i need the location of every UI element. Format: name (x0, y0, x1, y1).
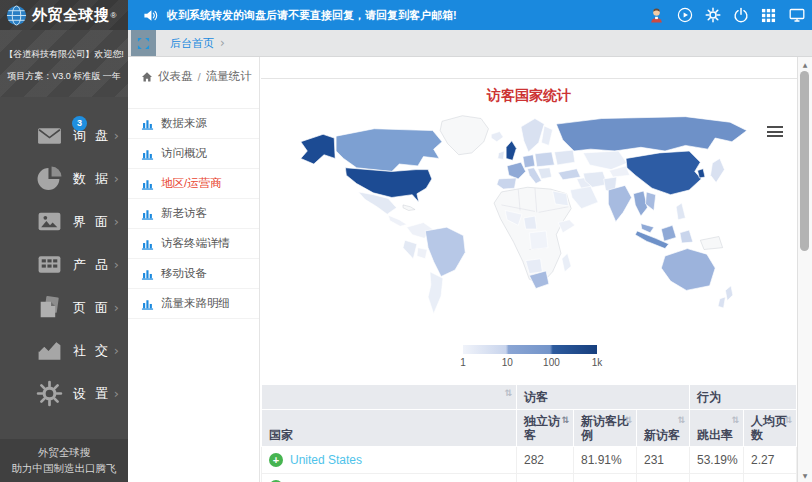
sidebar-item-label: 产品 (73, 256, 117, 274)
scroll-up-arrow[interactable]: ▲ (798, 57, 812, 68)
monitor-icon[interactable] (788, 7, 805, 24)
submenu-item-new-old-visitors[interactable]: 新老访客 (128, 199, 259, 229)
column-header-country[interactable]: 国家 (262, 410, 517, 447)
breadcrumb-home-link[interactable]: 后台首页 (170, 36, 214, 51)
submenu-item-traffic-source-details[interactable]: 流量来路明细 (128, 289, 259, 319)
envelope-icon (36, 122, 63, 149)
cell-bounce-rate: 53.19% (690, 447, 744, 474)
sidebar-item-label: 界面 (73, 213, 117, 231)
submenu-item-visit-overview[interactable]: 访问概况 (128, 139, 259, 169)
account-welcome-block: 【谷道科技有限公司】欢迎您! 项目方案：V3.0 标准版 一年 (0, 30, 128, 97)
column-header-new-visitors[interactable]: 新访客⇅ (637, 410, 690, 447)
submenu-item-label: 新老访客 (161, 206, 207, 221)
sort-icon[interactable]: ⇅ (731, 413, 739, 427)
submenu-item-label: 访客终端详情 (161, 236, 230, 251)
country-russia[interactable] (556, 117, 746, 151)
bar-chart-icon (141, 117, 154, 130)
chevron-right-icon: › (114, 214, 119, 229)
submenu-item-label: 流量来路明细 (161, 296, 230, 311)
topbar: 外贸全球搜 ® 收到系统转发的询盘后请不要直接回复，请回复到客户邮箱! (0, 0, 812, 30)
sidebar-item-data[interactable]: 数据 › (0, 157, 128, 200)
app-logo[interactable]: 外贸全球搜 ® (0, 0, 128, 30)
group-header-country[interactable]: ⇅ (262, 385, 517, 410)
sidebar-item-page[interactable]: 页面 › (0, 286, 128, 329)
country-australia[interactable] (661, 249, 715, 291)
person-icon (648, 7, 665, 24)
country-link[interactable]: United States (290, 453, 362, 467)
bar-chart-icon (141, 207, 154, 220)
pie-chart-icon (36, 165, 63, 192)
country-united-states-alaska[interactable] (301, 134, 335, 164)
country-united-states[interactable] (345, 168, 431, 202)
sidebar-item-product[interactable]: 产品 › (0, 243, 128, 286)
table-row: + United Kingdom 106 89.62% 95 79.26% 1.… (262, 474, 797, 482)
column-header-pages-per-visit[interactable]: 人均页数⇅ (744, 410, 797, 447)
scrollbar-thumb[interactable] (800, 71, 809, 251)
cell-new-visitors: 95 (637, 474, 690, 482)
column-header-unique-visitors[interactable]: 独立访客⇅ (517, 410, 574, 447)
topbar-notice-area: 收到系统转发的询盘后请不要直接回复，请回复到客户邮箱! (128, 0, 812, 30)
country-india[interactable] (608, 185, 631, 221)
sidebar-item-social[interactable]: 社交 › (0, 329, 128, 372)
cell-new-visitor-ratio: 89.62% (574, 474, 637, 482)
sidebar-item-inquiry[interactable]: 询盘 3 › (0, 114, 128, 157)
submenu-item-label: 地区/运营商 (161, 176, 222, 191)
area-chart-icon (36, 337, 63, 364)
legend-tick: 10 (502, 357, 513, 368)
power-icon[interactable] (732, 7, 749, 24)
country-greenland[interactable] (440, 116, 488, 155)
country-germany[interactable] (523, 155, 535, 168)
legend-tick: 1k (592, 357, 603, 368)
country-france[interactable] (507, 162, 526, 179)
submenu-breadcrumb-root[interactable]: 仪表盘 (158, 69, 193, 84)
sidebar-item-label: 数据 (73, 170, 117, 188)
play-circle-icon[interactable] (676, 7, 693, 24)
sort-icon[interactable]: ⇅ (677, 413, 685, 427)
country-china[interactable] (626, 151, 701, 195)
sort-icon[interactable]: ⇅ (504, 388, 512, 398)
sort-icon[interactable]: ⇅ (624, 413, 632, 427)
submenu-breadcrumb-separator: / (198, 71, 201, 83)
country-japan[interactable] (711, 158, 725, 182)
sidebar-item-interface[interactable]: 界面 › (0, 200, 128, 243)
footer-slogan-text: 助力中国制造出口腾飞 (0, 460, 128, 476)
inquiry-count-badge: 3 (72, 116, 87, 131)
submenu-list: 数据来源 访问概况 地区/运营商 新老访客 访客终端详情 移动设备 (128, 108, 259, 319)
footer-brand-text: 外贸全球搜 (0, 444, 128, 460)
country-united-kingdom[interactable] (506, 141, 516, 161)
chart-title: 访客国家统计 (261, 87, 797, 105)
scroll-down-arrow[interactable]: ▼ (798, 472, 812, 479)
sidebar-item-settings[interactable]: 设置 › (0, 372, 128, 415)
trademark-mark: ® (111, 11, 117, 20)
submenu-breadcrumb-current: 流量统计 (206, 69, 252, 84)
fullscreen-toggle-button[interactable] (131, 30, 156, 56)
user-avatar[interactable] (648, 7, 665, 24)
visitor-world-map[interactable] (295, 112, 760, 335)
plan-info-text: 项目方案：V3.0 标准版 一年 (2, 65, 126, 87)
sort-icon[interactable]: ⇅ (784, 413, 792, 427)
country-brazil[interactable] (425, 227, 465, 276)
expand-row-button[interactable]: + (269, 453, 283, 467)
bar-chart-icon (141, 147, 154, 160)
submenu-item-mobile-devices[interactable]: 移动设备 (128, 259, 259, 289)
app-window: 外贸全球搜 ® 收到系统转发的询盘后请不要直接回复，请回复到客户邮箱! (0, 0, 812, 482)
grid-menu-icon[interactable] (760, 7, 777, 24)
submenu-item-data-source[interactable]: 数据来源 (128, 109, 259, 139)
sort-icon[interactable]: ⇅ (561, 413, 569, 427)
vertical-scrollbar[interactable]: ▲ ▼ (797, 57, 812, 482)
cell-unique-visitors: 106 (517, 474, 574, 482)
submenu-item-terminal-details[interactable]: 访客终端详情 (128, 229, 259, 259)
country-stats-table: ⇅ 访客 行为 国家 独立访客⇅ 新访客比例⇅ 新访客⇅ 跳出率⇅ 人均页数⇅ (261, 384, 797, 482)
gear-icon[interactable] (704, 7, 721, 24)
submenu-item-region-carrier[interactable]: 地区/运营商 (128, 169, 259, 199)
bar-chart-icon (141, 267, 154, 280)
country-canada[interactable] (336, 129, 442, 172)
country-argentina[interactable] (428, 272, 443, 314)
column-header-new-visitor-ratio[interactable]: 新访客比例⇅ (574, 410, 637, 447)
sidebar-menu: 询盘 3 › 数据 › 界面 › (0, 114, 128, 415)
column-header-bounce-rate[interactable]: 跳出率⇅ (690, 410, 744, 447)
chart-menu-icon[interactable] (767, 126, 783, 140)
bar-chart-icon (141, 237, 154, 250)
cell-unique-visitors: 282 (517, 447, 574, 474)
cell-bounce-rate: 79.26% (690, 474, 744, 482)
